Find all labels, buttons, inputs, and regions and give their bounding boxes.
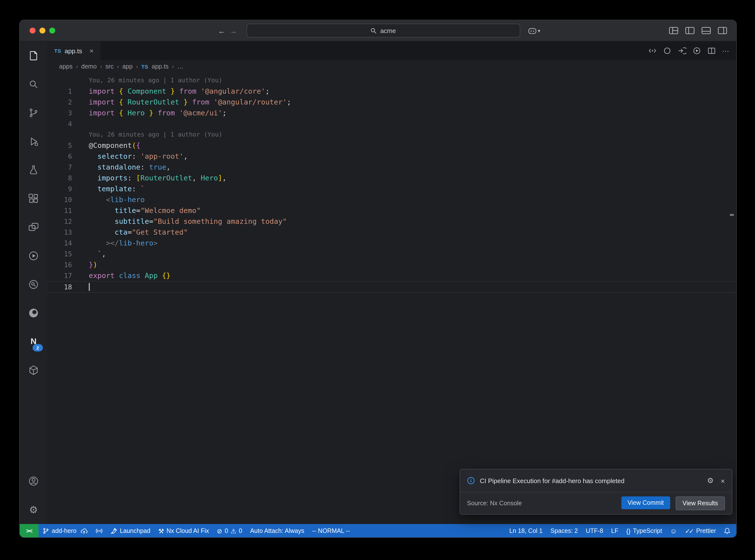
line-number[interactable]: 6 (47, 151, 79, 162)
launchpad-item[interactable]: Launchpad (106, 524, 154, 538)
line-number[interactable]: 9 (47, 183, 79, 194)
command-center-search[interactable]: acme (246, 24, 520, 38)
line-number[interactable]: 11 (47, 205, 79, 216)
broadcast-item[interactable] (92, 524, 106, 538)
code-line[interactable]: 13 cta="Get Started" (47, 227, 736, 238)
package-icon[interactable] (20, 356, 47, 384)
nx-cloud-fix-item[interactable]: ⚒ Nx Cloud AI Fix (154, 524, 213, 538)
inspect-circle-icon[interactable] (20, 270, 47, 299)
testing-icon[interactable] (20, 156, 47, 184)
indentation-item[interactable]: Spaces: 2 (547, 524, 582, 538)
feedback-item[interactable]: ☺ (666, 524, 681, 538)
code-line[interactable]: 17export class App {} (47, 270, 736, 281)
tab-app-ts[interactable]: TS app.ts × (47, 41, 100, 60)
code-line[interactable]: 18 (47, 281, 736, 293)
toggle-secondary-sidebar-icon[interactable] (717, 27, 728, 35)
remote-indicator[interactable]: >< (20, 524, 38, 538)
explorer-icon[interactable] (20, 41, 47, 70)
code-area[interactable]: You, 26 minutes ago | 1 author (You)1imp… (47, 73, 736, 524)
code-line[interactable]: 11 title="Welcmoe demo" (47, 205, 736, 216)
run-forward-icon[interactable] (678, 46, 687, 55)
line-number[interactable]: 13 (47, 227, 79, 238)
line-number[interactable]: 3 (47, 107, 79, 118)
browser-devtools-icon[interactable] (20, 299, 47, 327)
code-line[interactable]: 2import { RouterOutlet } from '@angular/… (47, 97, 736, 107)
code-line[interactable]: 16}) (47, 259, 736, 270)
toggle-primary-sidebar-icon[interactable] (685, 27, 695, 35)
encoding-item[interactable]: UTF-8 (582, 524, 607, 538)
notification-close-icon[interactable]: × (720, 477, 725, 485)
source-control-icon[interactable] (20, 99, 47, 127)
code-line[interactable]: 10 <lib-hero (47, 194, 736, 205)
breadcrumb-item-file[interactable]: app.ts (152, 63, 168, 70)
blame-line[interactable]: You, 26 minutes ago | 1 author (You) (47, 75, 736, 86)
cursor-position-item[interactable]: Ln 18, Col 1 (505, 524, 547, 538)
close-window-button[interactable] (29, 27, 36, 34)
formatter-item[interactable]: ✓✓ Prettier (681, 524, 720, 538)
language-mode-item[interactable]: {} TypeScript (622, 524, 666, 538)
minimize-window-button[interactable] (39, 27, 45, 34)
line-number[interactable]: 4 (47, 118, 79, 129)
code-line[interactable]: 15 `, (47, 248, 736, 259)
eol-item[interactable]: LF (607, 524, 622, 538)
code-line[interactable]: 5@Component({ (47, 140, 736, 151)
view-commit-button[interactable]: View Commit (621, 496, 670, 509)
run-file-icon[interactable] (692, 46, 701, 55)
forward-button[interactable]: → (227, 26, 239, 35)
code-line[interactable]: 12 subtitle="Build something amazing tod… (47, 216, 736, 227)
run-debug-icon[interactable] (20, 127, 47, 156)
code-line[interactable]: 9 template: ` (47, 183, 736, 194)
chevron-right-icon: › (117, 64, 119, 69)
line-number[interactable]: 8 (47, 173, 79, 183)
vim-mode-item[interactable]: -- NORMAL -- (308, 524, 354, 538)
search-sidebar-icon[interactable] (20, 70, 47, 99)
text-cursor (89, 283, 90, 291)
line-number[interactable]: 18 (47, 281, 79, 292)
copilot-menu[interactable]: ▾ (528, 27, 540, 34)
breadcrumb-item-demo[interactable]: demo (81, 63, 97, 70)
code-line[interactable]: 14 ></lib-hero> (47, 238, 736, 248)
notifications-bell-item[interactable] (720, 524, 736, 538)
line-number[interactable]: 17 (47, 270, 79, 281)
line-number[interactable]: 14 (47, 238, 79, 248)
accounts-icon[interactable] (20, 467, 47, 495)
compare-changes-icon[interactable] (648, 46, 657, 55)
auto-attach-item[interactable]: Auto Attach: Always (246, 524, 308, 538)
nx-console-icon[interactable]: N 2 (20, 327, 47, 356)
zoom-window-button[interactable] (49, 27, 55, 34)
settings-gear-icon[interactable]: ⚙ (20, 495, 47, 524)
code-text: cta="Get Started" (89, 227, 188, 238)
blame-line[interactable]: You, 26 minutes ago | 1 author (You) (47, 129, 736, 140)
toggle-panel-icon[interactable] (701, 27, 711, 35)
breadcrumb-item-src[interactable]: src (105, 63, 114, 70)
extensions-icon[interactable] (20, 184, 47, 213)
problems-item[interactable]: ⊘ 0 ⚠ 0 (213, 524, 246, 538)
circle-outline-icon[interactable] (663, 46, 672, 55)
code-line[interactable]: 7 standalone: true, (47, 162, 736, 173)
line-number[interactable]: 5 (47, 140, 79, 151)
play-circle-icon[interactable] (20, 242, 47, 270)
breadcrumb-item-symbol[interactable]: … (177, 63, 183, 70)
remote-explorer-icon[interactable] (20, 213, 47, 242)
line-number[interactable]: 2 (47, 97, 79, 107)
code-line[interactable]: 6 selector: 'app-root', (47, 151, 736, 162)
breadcrumb-item-apps[interactable]: apps (59, 63, 73, 70)
view-results-button[interactable]: View Results (676, 496, 725, 510)
code-line[interactable]: 4 (47, 118, 736, 129)
back-button[interactable]: ← (216, 26, 227, 35)
line-number[interactable]: 7 (47, 162, 79, 173)
close-tab-icon[interactable]: × (90, 47, 94, 55)
line-number[interactable]: 12 (47, 216, 79, 227)
line-number[interactable]: 16 (47, 259, 79, 270)
code-line[interactable]: 1import { Component } from '@angular/cor… (47, 86, 736, 97)
line-number[interactable]: 10 (47, 194, 79, 205)
split-editor-icon[interactable] (707, 46, 716, 55)
notification-settings-icon[interactable]: ⚙ (707, 476, 714, 485)
line-number[interactable]: 15 (47, 248, 79, 259)
code-line[interactable]: 3import { Hero } from '@acme/ui'; (47, 107, 736, 118)
code-line[interactable]: 8 imports: [RouterOutlet, Hero], (47, 173, 736, 183)
breadcrumb-item-app[interactable]: app (122, 63, 133, 70)
branch-indicator[interactable]: add-hero (38, 524, 92, 538)
line-number[interactable]: 1 (47, 86, 79, 97)
customize-layout-icon[interactable] (669, 27, 679, 35)
